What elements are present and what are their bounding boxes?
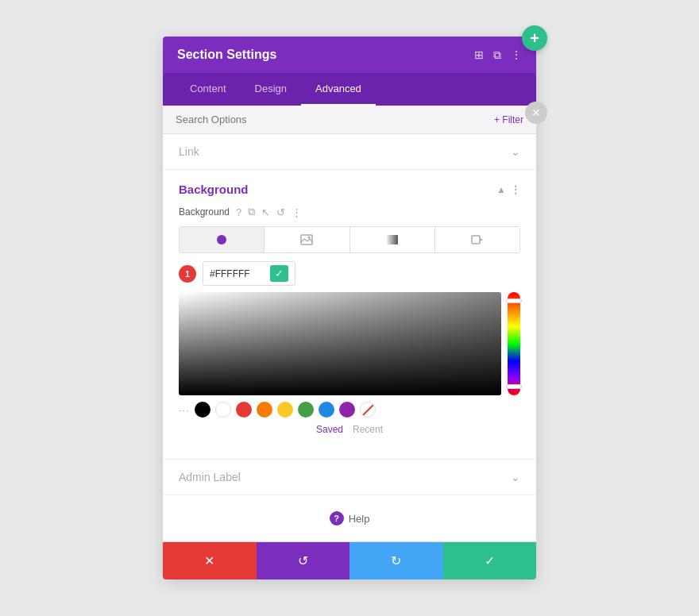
svg-rect-3 bbox=[387, 235, 398, 244]
hex-input-row: 1 ✓ bbox=[179, 261, 520, 286]
tab-advanced[interactable]: Advanced bbox=[301, 73, 376, 106]
panel-header: Section Settings ⊞ ⧉ ⋮ bbox=[163, 37, 536, 73]
color-step-badge: 1 bbox=[179, 265, 196, 283]
more-swatches-icon[interactable]: ··· bbox=[179, 404, 190, 416]
tab-content[interactable]: Content bbox=[176, 73, 241, 106]
panel-title: Section Settings bbox=[177, 48, 276, 62]
gradient-icon bbox=[386, 233, 399, 246]
swatch-black[interactable] bbox=[195, 402, 210, 418]
close-button[interactable]: ✕ bbox=[525, 102, 547, 124]
help-circle-icon: ? bbox=[330, 511, 344, 526]
background-title-text: Background bbox=[179, 183, 249, 196]
section-settings-panel: Section Settings ⊞ ⧉ ⋮ Content Design Ad… bbox=[163, 37, 536, 579]
redo-button[interactable]: ↻ bbox=[350, 542, 443, 579]
tab-design[interactable]: Design bbox=[241, 73, 301, 106]
footer-bar: ✕ ↺ ↻ ✓ bbox=[163, 541, 536, 579]
bg-tab-gradient[interactable] bbox=[350, 227, 435, 252]
tab-bar: Content Design Advanced bbox=[163, 73, 536, 106]
hex-input-wrapper: ✓ bbox=[203, 261, 295, 286]
bg-tab-video[interactable] bbox=[435, 227, 519, 252]
admin-label-section-row[interactable]: Admin Label ⌄ bbox=[163, 460, 536, 495]
layout-icon[interactable]: ⧉ bbox=[493, 48, 501, 62]
hex-confirm-button[interactable]: ✓ bbox=[270, 265, 288, 282]
filter-button[interactable]: + Filter bbox=[494, 114, 523, 125]
background-section: Background ▲ ⋮ Background ? ⧉ ↖ ↺ ⋮ bbox=[163, 170, 536, 460]
saved-tab[interactable]: Saved bbox=[316, 424, 343, 435]
more-icon[interactable]: ⋮ bbox=[511, 48, 522, 61]
swatch-orange[interactable] bbox=[257, 402, 272, 418]
background-section-title: Background ▲ ⋮ bbox=[179, 183, 520, 196]
recent-tab[interactable]: Recent bbox=[353, 424, 383, 435]
video-icon bbox=[471, 233, 484, 246]
save-button[interactable]: ✓ bbox=[443, 542, 537, 579]
background-options-icon[interactable]: ⋮ bbox=[292, 206, 302, 218]
panel-header-icons: ⊞ ⧉ ⋮ bbox=[474, 48, 522, 62]
help-row: ? Help bbox=[163, 495, 536, 541]
image-icon bbox=[300, 233, 313, 246]
svg-point-2 bbox=[308, 237, 311, 239]
color-gradient-area[interactable] bbox=[179, 292, 501, 395]
hex-color-input[interactable] bbox=[210, 268, 265, 279]
swatch-white[interactable] bbox=[215, 402, 231, 418]
gradient-dark bbox=[179, 292, 501, 395]
background-copy-icon[interactable]: ⧉ bbox=[248, 206, 255, 218]
responsive-icon[interactable]: ⊞ bbox=[474, 48, 484, 61]
link-chevron-icon: ⌄ bbox=[511, 145, 520, 158]
swatch-none[interactable] bbox=[360, 402, 376, 418]
admin-label-title: Admin Label bbox=[179, 471, 241, 483]
help-button[interactable]: ? Help bbox=[330, 511, 370, 526]
svg-rect-4 bbox=[472, 236, 480, 244]
background-controls-row: Background ? ⧉ ↖ ↺ ⋮ bbox=[179, 206, 520, 218]
hue-handle-top[interactable] bbox=[506, 298, 522, 303]
swatch-purple[interactable] bbox=[339, 402, 355, 418]
undo-button[interactable]: ↺ bbox=[257, 542, 350, 579]
svg-marker-5 bbox=[480, 238, 483, 241]
color-swatches-row: ··· bbox=[179, 402, 520, 418]
background-collapse-icon[interactable]: ▲ bbox=[496, 184, 506, 195]
saved-recent-row: Saved Recent bbox=[179, 424, 520, 435]
color-picker: 1 ✓ bbox=[179, 261, 520, 435]
bg-tab-image[interactable] bbox=[265, 227, 350, 252]
background-label: Background bbox=[179, 206, 230, 218]
gradient-picker-wrapper bbox=[179, 292, 520, 395]
swatch-yellow[interactable] bbox=[277, 402, 293, 418]
background-more-icon[interactable]: ⋮ bbox=[511, 184, 520, 195]
cancel-button[interactable]: ✕ bbox=[163, 542, 257, 579]
hue-handle-bottom[interactable] bbox=[506, 384, 522, 389]
svg-point-0 bbox=[217, 235, 226, 244]
swatch-green[interactable] bbox=[298, 402, 314, 418]
color-fill-icon bbox=[215, 233, 228, 246]
background-cursor-icon[interactable]: ↖ bbox=[261, 206, 270, 218]
background-reset-icon[interactable]: ↺ bbox=[276, 206, 285, 218]
link-section-row[interactable]: Link ⌄ bbox=[163, 134, 536, 170]
admin-label-chevron-icon: ⌄ bbox=[511, 471, 520, 483]
search-bar: + Filter bbox=[163, 106, 536, 134]
swatch-blue[interactable] bbox=[319, 402, 334, 418]
background-title-icons: ▲ ⋮ bbox=[496, 184, 520, 195]
panel-body: Link ⌄ Background ▲ ⋮ Background ? ⧉ bbox=[163, 134, 536, 541]
help-label: Help bbox=[349, 513, 370, 525]
hue-slider[interactable] bbox=[508, 292, 520, 395]
add-button[interactable]: + bbox=[522, 25, 547, 51]
background-help-icon[interactable]: ? bbox=[236, 206, 241, 218]
background-type-tabs bbox=[179, 226, 520, 253]
search-input[interactable] bbox=[176, 114, 494, 125]
bg-tab-color[interactable] bbox=[180, 227, 265, 252]
swatch-red[interactable] bbox=[236, 402, 252, 418]
link-section-title: Link bbox=[179, 145, 199, 158]
